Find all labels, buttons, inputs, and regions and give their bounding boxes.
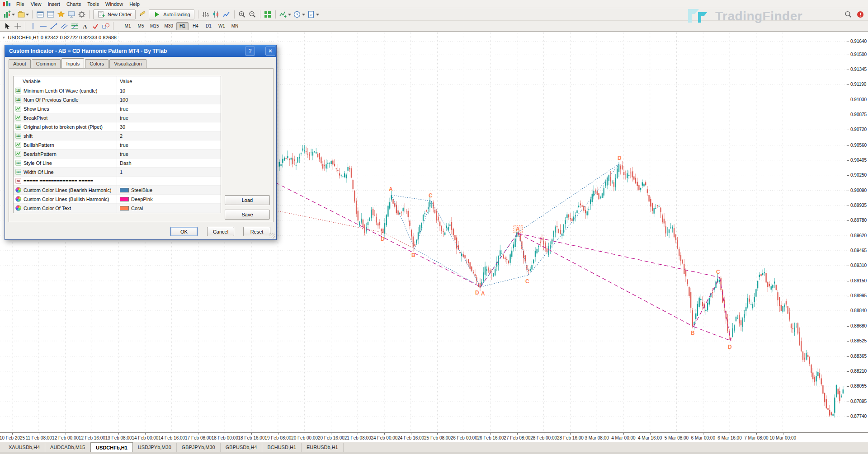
timeframe-h1[interactable]: H1: [176, 22, 189, 30]
timeframe-mn[interactable]: MN: [229, 22, 241, 30]
input-row[interactable]: Custom Color Lines (Bullish Harmonic)Dee…: [14, 195, 221, 204]
load-button[interactable]: Load: [225, 195, 270, 205]
arrow-label-icon[interactable]: [90, 21, 100, 31]
input-row[interactable]: BreakPivottrue: [14, 113, 221, 122]
navigator-icon[interactable]: [56, 9, 66, 19]
input-row[interactable]: BearishPatterntrue: [14, 150, 221, 159]
tile-windows-icon[interactable]: [263, 9, 273, 19]
vertical-line-icon[interactable]: [28, 21, 38, 31]
symbol-tab-usdjpyb-m30[interactable]: USDJPYb,M30: [133, 443, 177, 452]
dropdown-caret-icon[interactable]: [287, 9, 292, 19]
line-chart-icon[interactable]: [222, 9, 232, 19]
dialog-tab-visualization[interactable]: Visualization: [109, 59, 146, 68]
timeframe-d1[interactable]: D1: [203, 22, 215, 30]
market-watch-icon[interactable]: [35, 9, 45, 19]
menu-file[interactable]: File: [13, 0, 28, 8]
timeframe-m30[interactable]: M30: [162, 22, 175, 30]
save-button[interactable]: Save: [225, 210, 270, 220]
channel-icon[interactable]: [59, 21, 69, 31]
zoom-in-icon[interactable]: [237, 9, 247, 19]
input-value[interactable]: 10: [120, 88, 125, 94]
zoom-out-icon[interactable]: [247, 9, 258, 19]
dialog-tab-common[interactable]: Common: [32, 59, 61, 68]
input-row[interactable]: Custom Color Lines (Bearish Harmonic)Ste…: [14, 186, 221, 195]
menu-charts[interactable]: Charts: [63, 0, 84, 8]
input-row[interactable]: 123Num Of Previous Candle100: [14, 95, 221, 104]
input-value[interactable]: 1: [120, 169, 123, 175]
search-icon[interactable]: [843, 9, 853, 19]
symbol-tab-eurusdb-h1[interactable]: EURUSDb,H1: [302, 443, 344, 452]
new-order-button[interactable]: New Order: [93, 9, 136, 19]
dialog-title-bar[interactable]: Custom Indicator - AB = CD Harmonic Patt…: [5, 45, 276, 57]
input-value[interactable]: true: [120, 142, 128, 148]
news-alert-icon[interactable]: [855, 9, 865, 19]
input-row[interactable]: Custom Color Of TextCoral: [14, 204, 221, 213]
input-value[interactable]: Coral: [120, 206, 143, 211]
input-value[interactable]: DeepPink: [120, 197, 153, 202]
input-value[interactable]: true: [120, 106, 128, 112]
bars-chart-icon[interactable]: [201, 9, 211, 19]
dialog-tab-inputs[interactable]: Inputs: [61, 58, 84, 68]
input-value[interactable]: 30: [120, 124, 125, 130]
input-row[interactable]: Show Linestrue: [14, 104, 221, 113]
terminal-icon[interactable]: [66, 9, 76, 19]
reset-button[interactable]: Reset: [243, 227, 270, 236]
dropdown-caret-icon[interactable]: [11, 9, 16, 19]
text-icon[interactable]: A: [80, 21, 90, 31]
dialog-tab-colors[interactable]: Colors: [85, 59, 108, 68]
candle-chart-icon[interactable]: [211, 9, 222, 19]
symbol-tab-gbpusdb-h4[interactable]: GBPUSDb,H4: [221, 443, 263, 452]
input-row[interactable]: 123Minimum Lenth Of Wave (candle)10: [14, 86, 221, 95]
input-row[interactable]: BullishPatterntrue: [14, 140, 221, 150]
one-click-collapse-icon[interactable]: ▾: [3, 35, 5, 40]
menu-view[interactable]: View: [28, 0, 45, 8]
fibonacci-icon[interactable]: [69, 21, 80, 31]
strategy-tester-icon[interactable]: [76, 9, 87, 19]
symbol-tab-bchusd-h1[interactable]: BCHUSD,H1: [262, 443, 302, 452]
input-row[interactable]: 123Style Of LineDash: [14, 159, 221, 168]
input-row[interactable]: 123shift2: [14, 131, 221, 140]
menu-tools[interactable]: Tools: [84, 0, 102, 8]
menu-insert[interactable]: Insert: [44, 0, 63, 8]
timeframe-m1[interactable]: M1: [122, 22, 134, 30]
price-axis[interactable]: 0.916400.915000.913450.911900.910300.908…: [847, 32, 868, 432]
cancel-button[interactable]: Cancel: [207, 227, 234, 236]
shapes-icon[interactable]: [100, 21, 111, 31]
symbol-tab-xauusdb-h4[interactable]: XAUUSDb,H4: [4, 443, 45, 452]
trendline-icon[interactable]: [48, 21, 59, 31]
input-value[interactable]: 100: [120, 97, 128, 103]
input-value[interactable]: SteelBlue: [120, 187, 152, 193]
input-row[interactable]: 123Width Of Line1: [14, 168, 221, 177]
inputs-table[interactable]: Variable Value 123Minimum Lenth Of Wave …: [13, 76, 221, 213]
timeframe-m5[interactable]: M5: [135, 22, 147, 30]
timeframe-h4[interactable]: H4: [189, 22, 202, 30]
symbol-tab-audcadb-m15[interactable]: AUDCADb,M15: [45, 443, 90, 452]
input-row[interactable]: 123Original pivot to broken pivot (Pipet…: [14, 122, 221, 131]
dropdown-caret-icon[interactable]: [25, 9, 30, 19]
timeframe-m15[interactable]: M15: [148, 22, 161, 30]
timeframe-w1[interactable]: W1: [216, 22, 228, 30]
symbol-tab-gbpjpyb-m30[interactable]: GBPJPYb,M30: [177, 443, 221, 452]
dropdown-caret-icon[interactable]: [301, 9, 306, 19]
horizontal-line-icon[interactable]: [38, 21, 48, 31]
input-value[interactable]: true: [120, 115, 128, 121]
dialog-help-button[interactable]: ?: [245, 47, 255, 56]
input-value[interactable]: true: [120, 151, 128, 157]
time-axis[interactable]: 10 Feb 202511 Feb 08:0012 Feb 00:0012 Fe…: [0, 432, 868, 442]
dialog-tab-about[interactable]: About: [9, 59, 31, 68]
ok-button[interactable]: OK: [170, 227, 198, 236]
data-window-icon[interactable]: [45, 9, 56, 19]
symbol-tab-usdchfb-h1[interactable]: USDCHFb,H1: [90, 442, 133, 452]
autotrading-button[interactable]: AutoTrading: [149, 9, 194, 19]
metaeditor-icon[interactable]: [137, 9, 147, 19]
dropdown-caret-icon[interactable]: [315, 9, 320, 19]
input-row[interactable]: ab===== ============= =====: [14, 177, 221, 186]
inputs-rows: 123Minimum Lenth Of Wave (candle)10123Nu…: [14, 86, 221, 213]
crosshair-icon[interactable]: [12, 21, 23, 31]
input-value[interactable]: Dash: [120, 160, 132, 166]
menu-help[interactable]: Help: [126, 0, 143, 8]
cursor-icon[interactable]: [2, 21, 12, 31]
input-value[interactable]: 2: [120, 133, 123, 139]
dialog-close-button[interactable]: ✕: [265, 47, 275, 56]
menu-window[interactable]: Window: [102, 0, 126, 8]
